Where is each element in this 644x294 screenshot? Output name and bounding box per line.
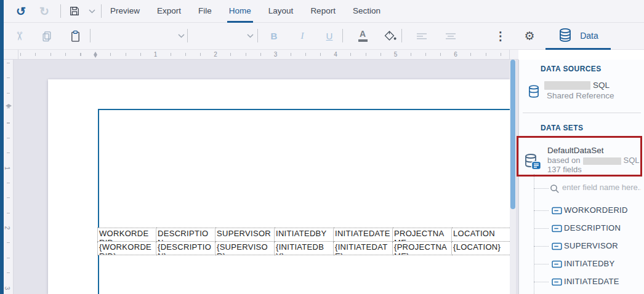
redo-icon: ↻: [39, 6, 49, 17]
separator: [101, 4, 102, 18]
tab-bar: PreviewExportFileHomeLayoutReportSection: [108, 0, 382, 23]
data-source-name[interactable]: SQL: [544, 81, 610, 90]
data-button-label: Data: [580, 31, 598, 41]
field-icon: [552, 242, 562, 250]
dataset-name[interactable]: DefaultDataSet: [547, 146, 604, 155]
align-center-button[interactable]: [440, 23, 462, 49]
save-icon: [69, 6, 80, 17]
dataset-source-type: SQL: [624, 156, 640, 165]
settings-button[interactable]: ⚙: [518, 23, 541, 49]
table-data-cell[interactable]: {INITIATEDATE}: [334, 242, 393, 255]
table-header-cell[interactable]: LOCATION: [452, 228, 510, 242]
table-data-cell[interactable]: {PROJECTNAME}: [393, 242, 452, 255]
field-label: SUPERVISOR: [564, 241, 618, 250]
field-label: INITIATEDATE: [564, 277, 619, 286]
data-panel: DATA SOURCES SQL Shared Reference DATA S…: [518, 60, 644, 294]
report-body-border: [98, 109, 510, 294]
save-dropdown-button[interactable]: [84, 0, 100, 22]
separator: [90, 29, 91, 42]
data-source-item[interactable]: [528, 84, 540, 99]
field-search-input[interactable]: [562, 183, 641, 192]
copy-button[interactable]: [36, 23, 58, 49]
table-header-cell[interactable]: SUPERVISOR: [215, 228, 275, 242]
redo-button[interactable]: ↻: [33, 0, 55, 22]
undo-button[interactable]: ↺: [10, 0, 32, 22]
field-item-workorderid[interactable]: WORKORDERID: [519, 202, 644, 220]
table-header-cell[interactable]: WORKORDERID: [97, 228, 156, 242]
tab-export[interactable]: Export: [155, 0, 183, 23]
paste-button[interactable]: [64, 23, 86, 49]
scissors-icon: ✂: [14, 31, 25, 41]
tree-branch-line: [534, 282, 549, 282]
design-canvas[interactable]: WORKORDERIDDESCRIPTIONSUPERVISORINITIATE…: [14, 60, 518, 294]
fill-color-button[interactable]: [379, 23, 401, 49]
separator: [187, 29, 188, 42]
dataset-icon: [523, 153, 543, 172]
table-header-cell[interactable]: INITIATEDBY: [275, 228, 334, 242]
dataset-item[interactable]: [523, 153, 543, 172]
tree-branch-line: [534, 264, 549, 264]
field-label: DESCRIPTION: [564, 223, 621, 232]
table-data-cell[interactable]: {WORKORDERID}: [97, 242, 156, 255]
field-item-initiatedby[interactable]: INITIATEDBY: [519, 255, 644, 273]
field-item-initiatedate[interactable]: INITIATEDATE: [519, 273, 644, 291]
scrollbar-thumb[interactable]: [510, 60, 515, 209]
separator: [401, 29, 402, 42]
horizontal-ruler-track: 123456: [18, 50, 510, 59]
tab-file[interactable]: File: [196, 0, 214, 23]
search-icon: [550, 184, 560, 194]
separator: [342, 29, 343, 42]
save-button[interactable]: [64, 0, 85, 22]
table-data-cell[interactable]: {INITIATEDBY}: [275, 242, 334, 255]
tree-branch-line: [534, 188, 549, 189]
font-family-select[interactable]: [99, 26, 185, 46]
field-label: WORKORDERID: [564, 205, 628, 215]
font-size-select[interactable]: [195, 26, 254, 46]
tab-preview[interactable]: Preview: [108, 0, 142, 23]
chevron-down-icon: [89, 9, 95, 14]
table-data-cell[interactable]: {SUPERVISOR}: [215, 242, 275, 255]
tab-home[interactable]: Home: [227, 0, 253, 23]
field-item-description[interactable]: DESCRIPTION: [519, 220, 644, 237]
field-icon: [552, 224, 562, 232]
tab-section[interactable]: Section: [351, 0, 382, 23]
tab-layout[interactable]: Layout: [267, 0, 296, 23]
separator: [257, 29, 258, 42]
more-options-button[interactable]: ⋮: [491, 23, 510, 49]
table-header-cell[interactable]: DESCRIPTION: [156, 228, 215, 242]
align-left-button[interactable]: [411, 23, 433, 49]
vertical-ruler: 123: [4, 60, 14, 294]
table-data-cell[interactable]: {LOCATION}: [452, 242, 510, 255]
table-header-cell[interactable]: PROJECTNAME: [393, 228, 452, 242]
ruler-number: 2: [212, 50, 219, 58]
field-search-row: [519, 181, 644, 196]
ruler-number: 3: [3, 285, 11, 291]
menu-bar: ↺ ↻ PreviewExportFileHomeLayoutReportSec…: [4, 0, 644, 23]
table-header-row: WORKORDERIDDESCRIPTIONSUPERVISORINITIATE…: [97, 228, 510, 242]
field-item-supervisor[interactable]: SUPERVISOR: [519, 237, 644, 255]
database-icon: [558, 28, 573, 44]
table-header-cell[interactable]: INITIATEDATE: [334, 228, 393, 242]
bold-button[interactable]: B: [265, 23, 283, 49]
ruler-number: 2: [3, 225, 11, 231]
ruler-ticks: [7, 60, 10, 294]
underline-button[interactable]: U: [320, 23, 339, 49]
field-label: INITIATEDBY: [564, 259, 615, 268]
ellipsis-icon: ⋮: [495, 30, 507, 42]
italic-button[interactable]: I: [293, 23, 312, 49]
tab-report[interactable]: Report: [308, 0, 337, 23]
separator: [60, 4, 61, 18]
table-data-cell[interactable]: {DESCRIPTION}: [156, 242, 215, 255]
report-page[interactable]: WORKORDERIDDESCRIPTIONSUPERVISORINITIATE…: [48, 79, 510, 294]
data-sources-heading: DATA SOURCES: [541, 65, 602, 73]
paste-icon: [70, 30, 81, 42]
ruler-number: 5: [392, 50, 400, 58]
data-panel-toggle[interactable]: Data: [545, 23, 611, 50]
ruler-number: 1: [152, 50, 159, 58]
cut-button[interactable]: ✂: [9, 23, 31, 49]
font-color-button[interactable]: A: [352, 23, 373, 49]
table-control[interactable]: WORKORDERIDDESCRIPTIONSUPERVISORINITIATE…: [97, 228, 510, 255]
tree-branch-line: [534, 246, 549, 247]
undo-icon: ↺: [16, 6, 26, 17]
canvas-vertical-scrollbar[interactable]: [510, 60, 516, 294]
